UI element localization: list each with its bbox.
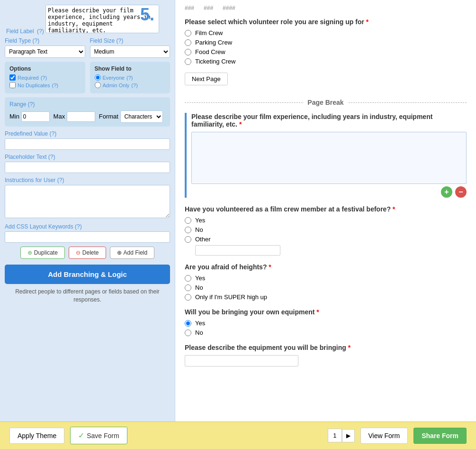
be-no-label: No (195, 329, 203, 336)
page-next-button[interactable]: ▶ (342, 429, 355, 442)
instructions-label: Instructions for User (?) (5, 177, 170, 183)
admin-only-radio[interactable] (95, 82, 101, 88)
parking-crew-option[interactable]: Parking Crew (185, 39, 467, 46)
field-label-section: Field Label (?) Please describe your fil… (5, 5, 170, 35)
placeholder-text-input[interactable] (5, 162, 170, 173)
page-numbers-row: ### ### #### (185, 5, 467, 11)
field-type-select[interactable]: Paragraph Text Short Text Number Email (5, 46, 85, 58)
describe-equipment-required-star: * (348, 344, 350, 351)
options-title: Options (9, 65, 81, 72)
ticketing-crew-option[interactable]: Ticketing Crew (185, 58, 467, 65)
be-no-radio[interactable] (185, 330, 191, 336)
describe-equipment-question-text: Please describe the equipment you will b… (185, 344, 467, 351)
range-fields: Min Max Format Characters Words Sentence… (9, 110, 165, 123)
admin-only-help[interactable]: (?) (131, 82, 137, 88)
action-buttons-row: ⊕ Duplicate ⊖ Delete ⊕ Add Field (5, 247, 170, 259)
duplicate-button[interactable]: ⊕ Duplicate (20, 247, 65, 259)
admin-only-label: Admin Only (103, 82, 130, 88)
predefined-value-section: Predefined Value (?) (5, 130, 170, 150)
describe-equipment-question: Please describe the equipment you will b… (185, 344, 467, 367)
add-field-circle-button[interactable]: + (441, 186, 452, 198)
no-duplicates-label: No Duplicates (18, 82, 50, 88)
show-field-title: Show Field to (95, 65, 166, 72)
range-max-group: Max (54, 111, 95, 122)
range-max-input[interactable] (67, 111, 95, 122)
food-crew-radio[interactable] (185, 49, 191, 55)
food-crew-option[interactable]: Food Crew (185, 48, 467, 55)
required-help[interactable]: (?) (41, 75, 47, 81)
parking-crew-radio[interactable] (185, 39, 191, 46)
film-experience-required-star: * (239, 120, 242, 128)
range-min-group: Min (9, 111, 50, 122)
delete-button[interactable]: ⊖ Delete (69, 247, 106, 259)
film-experience-textarea[interactable] (191, 132, 467, 184)
range-box: Range (?) Min Max Format Cha (5, 97, 170, 127)
vb-no-option[interactable]: No (185, 226, 467, 233)
options-box: Options Required (?) No Duplicates (?) (5, 62, 85, 93)
no-duplicates-checkbox-row: No Duplicates (?) (9, 82, 81, 88)
options-show-row: Options Required (?) No Duplicates (?) S… (5, 62, 170, 93)
ticketing-crew-radio[interactable] (185, 58, 191, 65)
next-page-button[interactable]: Next Page (185, 73, 228, 85)
ah-super-high-option[interactable]: Only if I'm SUPER high up (185, 293, 467, 301)
field-size-select[interactable]: Small Medium Large (90, 46, 171, 58)
everyone-radio-row: Everyone (?) (95, 74, 166, 81)
view-form-button[interactable]: View Form (360, 428, 408, 444)
describe-equipment-input[interactable] (185, 355, 298, 367)
add-field-button[interactable]: ⊕ Add Field (110, 247, 155, 259)
be-yes-option[interactable]: Yes (185, 320, 467, 327)
no-duplicates-help[interactable]: (?) (52, 82, 58, 88)
afraid-heights-question-text: Are you afraid of heights? * (185, 263, 467, 271)
volunteer-required-star: * (366, 18, 368, 26)
vb-other-option[interactable]: Other (185, 236, 467, 243)
save-form-button[interactable]: ✓ Save Form (70, 427, 127, 444)
ah-yes-radio[interactable] (185, 275, 191, 282)
range-format-group: Format Characters Words Sentences (99, 110, 163, 123)
ah-yes-option[interactable]: Yes (185, 275, 467, 282)
food-crew-label: Food Crew (195, 48, 225, 55)
ah-no-radio[interactable] (185, 284, 191, 291)
vb-other-radio[interactable] (185, 236, 191, 243)
field-section: Field Label (?) Please describe your fil… (5, 5, 170, 304)
instructions-section: Instructions for User (?) (5, 177, 170, 220)
bottom-bar: Apply Theme ✓ Save Form 1 ▶ View Form Sh… (0, 422, 476, 449)
required-checkbox[interactable] (9, 74, 16, 81)
hash-3: #### (223, 5, 235, 11)
bringing-equipment-question: Will you be bringing your own equipment … (185, 308, 467, 336)
save-check-icon: ✓ (78, 431, 84, 440)
everyone-radio[interactable] (95, 74, 101, 81)
everyone-help[interactable]: (?) (126, 75, 133, 81)
ah-super-high-label: Only if I'm SUPER high up (195, 293, 267, 301)
be-no-option[interactable]: No (185, 329, 467, 336)
film-crew-radio[interactable] (185, 30, 191, 37)
share-form-button[interactable]: Share Form (413, 428, 467, 444)
remove-field-circle-button[interactable]: − (455, 186, 467, 198)
vb-yes-option[interactable]: Yes (185, 217, 467, 224)
no-duplicates-checkbox[interactable] (9, 82, 16, 88)
range-format-select[interactable]: Characters Words Sentences (120, 110, 163, 123)
apply-theme-button[interactable]: Apply Theme (9, 428, 64, 444)
be-yes-radio[interactable] (185, 320, 191, 327)
css-keywords-input[interactable] (5, 231, 170, 243)
field-label-label: Field Label (?) (5, 28, 45, 35)
everyone-label: Everyone (103, 75, 125, 81)
instructions-textarea[interactable] (5, 185, 170, 218)
vb-no-radio[interactable] (185, 227, 191, 233)
film-crew-option[interactable]: Film Crew (185, 29, 467, 37)
vb-other-text-input[interactable] (195, 245, 280, 256)
branching-description: Redirect people to different pages or fi… (5, 288, 170, 304)
vb-yes-radio[interactable] (185, 217, 191, 224)
hash-2: ### (204, 5, 213, 11)
range-max-label: Max (54, 113, 65, 120)
bringing-equipment-question-text: Will you be bringing your own equipment … (185, 308, 467, 316)
add-field-icon: ⊕ (117, 249, 122, 256)
range-min-input[interactable] (21, 111, 50, 122)
ah-super-high-radio[interactable] (185, 294, 191, 301)
page-nav: 1 ▶ (328, 429, 354, 442)
parking-crew-label: Parking Crew (195, 39, 232, 46)
predefined-value-input[interactable] (5, 138, 170, 150)
add-branching-button[interactable]: Add Branching & Logic (5, 265, 170, 284)
ah-no-option[interactable]: No (185, 284, 467, 291)
page-break-divider: Page Break (185, 99, 467, 106)
placeholder-text-label: Placeholder Text (?) (5, 154, 170, 160)
